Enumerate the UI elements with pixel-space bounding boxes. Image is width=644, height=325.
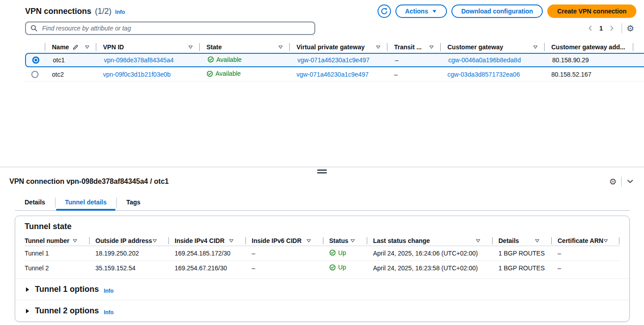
create-vpn-connection-button[interactable]: Create VPN connection: [547, 4, 636, 18]
table-row[interactable]: otc1 vpn-098de378af84345a4 Available vgw…: [25, 53, 644, 67]
check-circle-icon: [206, 70, 213, 77]
tunnel-row: Tunnel 2 35.159.152.54 169.254.67.216/30…: [25, 260, 620, 275]
cell-name: otc2: [45, 71, 96, 78]
table-header-row: Name VPN ID State Virtual private gatewa…: [25, 41, 634, 53]
row-radio-unselected[interactable]: [31, 71, 39, 78]
cgw-link[interactable]: cgw-03da3d8571732ea06: [447, 71, 520, 78]
column-label: Name: [52, 43, 69, 51]
tab-details[interactable]: Details: [15, 196, 55, 210]
filter-icon[interactable]: [429, 45, 434, 49]
column-label: Outside IP address: [95, 237, 152, 244]
filter-icon[interactable]: [603, 238, 608, 243]
split-panel-divider[interactable]: [0, 167, 644, 167]
cell-certificate-arn: –: [551, 264, 619, 272]
filter-icon[interactable]: [533, 45, 538, 49]
download-configuration-button[interactable]: Download configuration: [451, 4, 543, 18]
column-header-transit-gateway[interactable]: Transit ...: [387, 41, 440, 53]
column-label: Status: [329, 237, 348, 244]
filter-icon[interactable]: [350, 238, 355, 243]
check-circle-icon: [329, 264, 336, 271]
column-header-inside-ipv4[interactable]: Inside IPv4 CIDR: [168, 235, 245, 246]
tunnel-2-options-label: Tunnel 2 options: [35, 306, 99, 316]
filter-icon[interactable]: [376, 45, 381, 49]
search-input[interactable]: [41, 24, 310, 32]
table-row[interactable]: otc2 vpn-09f0c3d1b21f03e0b Available vgw…: [25, 67, 644, 82]
column-label: Details: [498, 237, 519, 244]
column-label: State: [206, 43, 222, 51]
column-label: Last status change: [373, 237, 430, 244]
vpn-id-link[interactable]: vpn-09f0c3d1b21f03e0b: [103, 71, 171, 78]
current-page-number[interactable]: 1: [599, 25, 603, 32]
column-label: Transit ...: [394, 43, 421, 51]
column-label: Tunnel number: [25, 237, 69, 244]
vgw-link[interactable]: vgw-071a46230a1c9e497: [297, 56, 369, 64]
column-header-vpn-id[interactable]: VPN ID: [96, 41, 199, 53]
column-header-state[interactable]: State: [199, 41, 289, 53]
column-header-last-status-change[interactable]: Last status change: [367, 235, 492, 246]
status-badge: Available: [206, 70, 241, 77]
column-label: Customer gateway add...: [551, 43, 625, 51]
resource-count: (1/2): [95, 7, 112, 16]
create-button-label: Create VPN connection: [557, 8, 627, 15]
column-header-customer-gateway[interactable]: Customer gateway: [440, 41, 544, 53]
info-link[interactable]: Info: [115, 9, 125, 15]
cell-customer-gateway-address: 80.158.52.167: [544, 71, 633, 78]
filter-icon[interactable]: [278, 45, 283, 49]
vpn-id-link[interactable]: vpn-098de378af84345a4: [104, 56, 174, 64]
column-header-details[interactable]: Details: [492, 235, 551, 246]
status-label: Up: [338, 249, 346, 256]
row-radio-selected[interactable]: [32, 56, 39, 64]
cgw-link[interactable]: cgw-0046a0a196b8eda8d: [448, 56, 521, 64]
filter-icon[interactable]: [306, 238, 311, 243]
next-page-button[interactable]: [606, 23, 617, 34]
tunnel-status-badge: Up: [329, 249, 346, 256]
filter-icon[interactable]: [188, 45, 193, 49]
refresh-button[interactable]: [378, 4, 391, 18]
vgw-link[interactable]: vgw-071a46230a1c9e497: [296, 71, 369, 78]
filter-icon[interactable]: [229, 238, 234, 243]
column-header-status[interactable]: Status: [323, 235, 367, 246]
cell-inside-ipv4: 169.254.185.172/30: [168, 250, 245, 257]
info-link[interactable]: Info: [104, 288, 114, 294]
actions-button[interactable]: Actions: [395, 4, 447, 18]
tunnel-row: Tunnel 1 18.199.250.202 169.254.185.172/…: [25, 246, 620, 260]
tunnel-state-card: Tunnel state Tunnel number Outside IP ad…: [15, 216, 630, 322]
table-header-bar: VPN connections (1/2) Info Actions Downl…: [0, 0, 644, 18]
cell-last-status-change: April 24, 2025, 16:23:58 (UTC+02:00): [367, 264, 492, 272]
cell-inside-ipv4: 169.254.67.216/30: [168, 264, 245, 272]
table-preferences-gear-icon[interactable]: ⚙: [627, 24, 634, 33]
selection-column-header: [25, 41, 45, 53]
collapse-panel-chevron-down-icon[interactable]: [626, 178, 634, 186]
cell-outside-ip: 35.159.152.54: [89, 264, 168, 272]
info-link[interactable]: Info: [104, 309, 114, 316]
column-label: VPN ID: [103, 43, 124, 51]
filter-icon[interactable]: [73, 238, 77, 243]
tunnel-1-options-expander[interactable]: Tunnel 1 options Info: [15, 278, 629, 300]
filter-icon[interactable]: [535, 238, 540, 243]
tunnel-2-options-expander[interactable]: Tunnel 2 options Info: [15, 300, 629, 321]
split-panel-controls: ⚙: [609, 177, 634, 186]
column-header-inside-ipv6[interactable]: Inside IPv6 CIDR: [245, 235, 323, 246]
tunnel-table-header-row: Tunnel number Outside IP address Inside …: [25, 235, 620, 246]
check-circle-icon: [329, 249, 336, 256]
tab-tunnel-details[interactable]: Tunnel details: [55, 196, 116, 210]
column-header-certificate-arn[interactable]: Certificate ARN: [551, 235, 619, 246]
column-header-outside-ip[interactable]: Outside IP address: [89, 235, 168, 246]
column-label: Virtual private gateway: [296, 43, 365, 51]
split-panel-drag-handle-icon[interactable]: [317, 169, 327, 173]
tab-tags[interactable]: Tags: [116, 196, 150, 210]
cell-tunnel-number: Tunnel 1: [25, 250, 89, 257]
filter-icon[interactable]: [476, 238, 481, 243]
panel-preferences-gear-icon[interactable]: ⚙: [609, 178, 617, 186]
previous-page-button[interactable]: [585, 23, 596, 34]
cell-inside-ipv6: –: [245, 250, 323, 257]
filter-icon[interactable]: [85, 45, 90, 49]
cell-name: otc1: [46, 56, 97, 64]
column-header-customer-gateway-address[interactable]: Customer gateway add...: [544, 41, 633, 53]
search-box[interactable]: [25, 22, 315, 35]
column-header-name[interactable]: Name: [45, 41, 96, 53]
status-label: Up: [338, 264, 346, 271]
filter-icon[interactable]: [152, 238, 157, 243]
column-header-virtual-private-gateway[interactable]: Virtual private gateway: [289, 41, 387, 53]
column-header-tunnel-number[interactable]: Tunnel number: [25, 235, 89, 246]
